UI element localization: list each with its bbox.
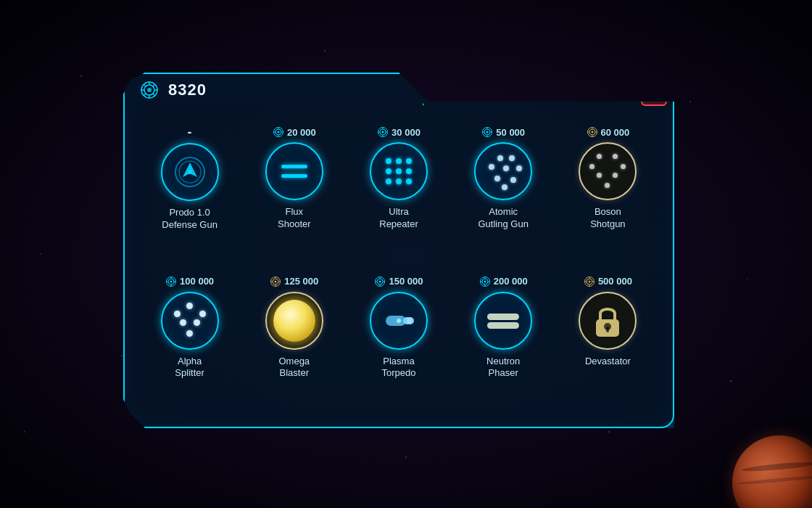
weapon-circle-ultra	[370, 142, 428, 200]
weapon-circle-devastator	[579, 292, 637, 350]
weapon-circle-omega	[265, 292, 323, 350]
svg-rect-67	[386, 316, 406, 326]
weapon-cost-prodo: -	[188, 125, 192, 140]
weapon-circle-atomic	[474, 142, 532, 200]
cost-crystal-icon-9	[584, 276, 595, 287]
weapons-grid: - Prodo 1.0Defense Gun	[125, 114, 673, 427]
weapon-alpha[interactable]: 100 000 AlphaSplitter	[139, 271, 240, 417]
svg-point-27	[382, 131, 384, 134]
svg-point-73	[484, 280, 486, 282]
currency-amount: 8320	[168, 81, 207, 99]
prodo-icon	[172, 154, 208, 190]
alpha-icon	[168, 299, 212, 343]
close-button[interactable]	[641, 80, 667, 106]
weapon-circle-flux	[265, 142, 323, 200]
weapon-name-omega: OmegaBlaster	[278, 356, 310, 380]
svg-point-82	[588, 280, 590, 282]
ultra-icon	[383, 155, 415, 187]
weapon-name-flux: FluxShooter	[278, 206, 311, 231]
svg-line-10	[144, 93, 146, 95]
weapon-circle-plasma	[370, 292, 428, 350]
weapon-name-devastator: Devastator	[585, 356, 631, 368]
weapon-cost-ultra: 30 000	[377, 125, 420, 139]
cost-crystal-icon-5	[165, 276, 177, 287]
weapon-circle-boson	[579, 142, 637, 200]
svg-rect-78	[487, 314, 519, 320]
flux-icon	[281, 165, 307, 178]
weapon-cost-devastator: 500 000	[584, 274, 632, 289]
svg-point-70	[397, 319, 401, 323]
weapon-name-prodo: Prodo 1.0Defense Gun	[162, 207, 218, 232]
weapon-atomic[interactable]: 50 000 AtomicGutling Gun	[453, 121, 554, 267]
weapon-name-plasma: PlasmaTorpedo	[382, 356, 416, 380]
weapon-cost-omega: 125 000	[270, 274, 318, 289]
boson-icon	[586, 149, 629, 193]
weapon-neutron[interactable]: 200 000 NeutronPhaser	[453, 271, 554, 417]
weapon-omega[interactable]: 125 000 OmegaBlaster	[244, 271, 344, 417]
weapon-devastator[interactable]: 500 000 Devastator	[558, 271, 658, 417]
weapon-name-boson: BosonShotgun	[590, 206, 625, 231]
weapon-circle-prodo	[161, 143, 219, 201]
weapon-cost-alpha: 100 000	[165, 274, 214, 289]
svg-rect-11	[648, 87, 660, 99]
cost-crystal-icon-8	[479, 276, 491, 287]
svg-line-7	[144, 84, 146, 86]
cost-crystal-icon-2	[377, 126, 389, 138]
svg-point-41	[591, 131, 593, 134]
weapon-cost-atomic: 50 000	[481, 125, 525, 139]
svg-point-2	[147, 88, 152, 92]
svg-point-62	[379, 280, 381, 282]
weapon-flux[interactable]: 20 000 FluxShooter	[244, 121, 344, 267]
cost-crystal-icon-3	[481, 126, 493, 138]
weapon-name-atomic: AtomicGutling Gun	[478, 206, 529, 231]
weapon-name-neutron: NeutronPhaser	[486, 356, 520, 380]
cost-crystal-icon-4	[587, 126, 598, 138]
atomic-icon	[481, 149, 525, 193]
svg-point-69	[407, 317, 414, 324]
weapon-circle-neutron	[474, 292, 532, 350]
weapon-shop-panel: 8320 - Prodo 1.0Defense G	[123, 73, 674, 428]
close-icon	[647, 86, 661, 100]
weapon-circle-alpha	[161, 292, 219, 350]
weapon-name-ultra: UltraRepeater	[379, 206, 418, 231]
weapon-ultra[interactable]: 30 000 UltraRepeater	[348, 121, 449, 267]
cost-crystal-icon	[273, 126, 284, 138]
svg-point-17	[188, 170, 192, 174]
lock-icon	[586, 299, 629, 343]
svg-line-9	[153, 84, 155, 86]
weapon-boson[interactable]: 60 000 BosonShotgun	[558, 121, 658, 267]
weapon-plasma[interactable]: 150 000 PlasmaTorpedo	[348, 271, 449, 417]
svg-point-55	[275, 280, 277, 282]
weapon-name-alpha: AlphaSplitter	[175, 356, 204, 380]
svg-line-12	[650, 89, 658, 97]
cost-crystal-icon-7	[374, 276, 386, 287]
svg-line-13	[650, 89, 658, 97]
weapon-cost-plasma: 150 000	[374, 274, 423, 289]
svg-line-8	[153, 93, 155, 95]
currency-tab: 8320	[123, 73, 424, 105]
plasma-icon	[377, 299, 420, 343]
weapon-cost-boson: 60 000	[587, 125, 630, 139]
omega-icon	[273, 300, 315, 342]
crystal-icon	[139, 80, 160, 100]
weapon-prodo[interactable]: - Prodo 1.0Defense Gun	[139, 121, 240, 267]
cost-crystal-icon-6	[270, 276, 281, 287]
svg-point-20	[277, 131, 279, 134]
svg-point-48	[170, 280, 173, 282]
svg-point-34	[486, 131, 489, 134]
planet-decoration	[732, 435, 812, 508]
svg-rect-89	[606, 327, 609, 332]
svg-rect-79	[487, 322, 519, 329]
weapon-cost-flux: 20 000	[273, 125, 316, 139]
neutron-icon	[481, 299, 525, 343]
weapon-cost-neutron: 200 000	[479, 274, 528, 289]
